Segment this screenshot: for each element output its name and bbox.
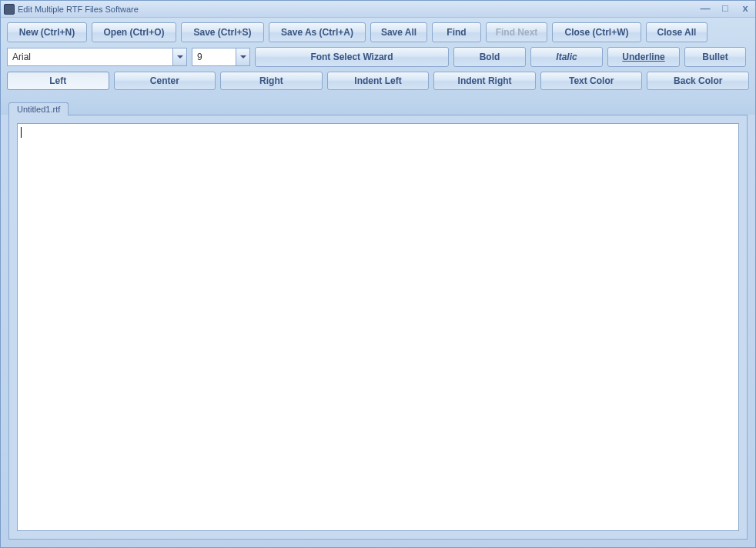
app-icon <box>4 4 15 15</box>
indent-left-button[interactable]: Indent Left <box>327 72 430 90</box>
save-button[interactable]: Save (Ctrl+S) <box>181 22 264 42</box>
font-size-value: 9 <box>192 52 236 62</box>
minimize-button[interactable]: — <box>698 4 712 15</box>
closeall-button[interactable]: Close All <box>646 22 707 42</box>
findnext-button[interactable]: Find Next <box>486 22 547 42</box>
chevron-down-icon[interactable] <box>172 48 186 65</box>
align-right-button[interactable]: Right <box>220 72 323 90</box>
titlebar: Edit Multiple RTF Files Software — □ x <box>1 1 755 18</box>
saveas-button[interactable]: Save As (Ctrl+A) <box>269 22 366 42</box>
app-window: Edit Multiple RTF Files Software — □ x N… <box>0 0 756 548</box>
bullet-button[interactable]: Bullet <box>684 47 746 67</box>
editor-textarea[interactable] <box>17 123 739 531</box>
toolbar-area: New (Ctrl+N) Open (Ctrl+O) Save (Ctrl+S)… <box>1 18 755 98</box>
close-button[interactable]: Close (Ctrl+W) <box>552 22 641 42</box>
toolbar-row-3: Left Center Right Indent Left Indent Rig… <box>7 72 749 90</box>
back-color-button[interactable]: Back Color <box>647 72 749 90</box>
font-name-combo[interactable]: Arial <box>7 48 187 66</box>
editor-container <box>8 115 748 540</box>
document-tab[interactable]: Untitled1.rtf <box>8 102 69 115</box>
toolbar-row-2: Arial 9 Font Select Wizard Bold Italic U… <box>7 47 749 67</box>
italic-button[interactable]: Italic <box>530 47 603 67</box>
toolbar-row-1: New (Ctrl+N) Open (Ctrl+O) Save (Ctrl+S)… <box>7 22 749 42</box>
font-name-value: Arial <box>8 52 172 62</box>
font-size-combo[interactable]: 9 <box>192 48 250 66</box>
maximize-button[interactable]: □ <box>718 4 732 15</box>
new-button[interactable]: New (Ctrl+N) <box>7 22 87 42</box>
underline-button[interactable]: Underline <box>607 47 680 67</box>
saveall-button[interactable]: Save All <box>370 22 427 42</box>
open-button[interactable]: Open (Ctrl+O) <box>92 22 176 42</box>
indent-right-button[interactable]: Indent Right <box>433 72 536 90</box>
bold-button[interactable]: Bold <box>453 47 526 67</box>
caret-icon <box>21 127 22 138</box>
chevron-down-icon[interactable] <box>236 48 249 65</box>
font-wizard-button[interactable]: Font Select Wizard <box>255 47 449 67</box>
tabs-area: Untitled1.rtf <box>1 98 755 115</box>
text-color-button[interactable]: Text Color <box>540 72 643 90</box>
find-button[interactable]: Find <box>432 22 481 42</box>
window-title: Edit Multiple RTF Files Software <box>18 5 698 14</box>
align-left-button[interactable]: Left <box>7 72 109 90</box>
window-controls: — □ x <box>698 4 752 15</box>
align-center-button[interactable]: Center <box>114 72 216 90</box>
close-window-button[interactable]: x <box>738 4 752 15</box>
